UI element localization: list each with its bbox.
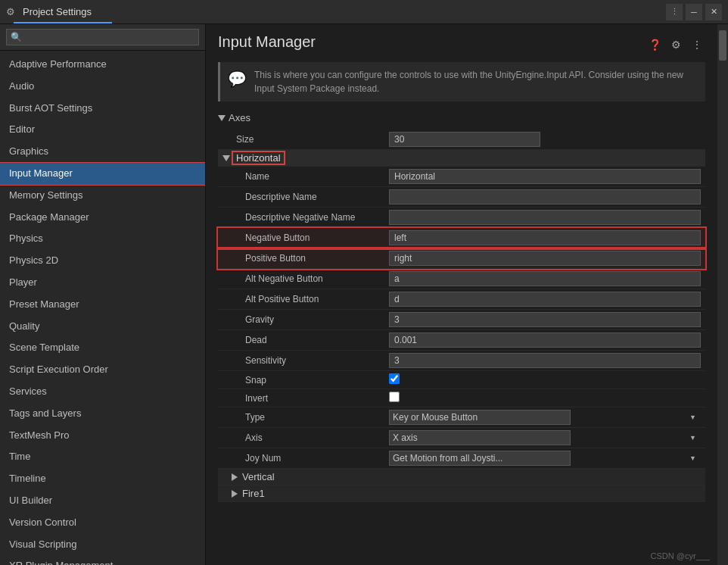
negative-button-row: Negative Button <box>218 228 705 248</box>
window-controls: ⋮ ─ ✕ <box>666 4 722 20</box>
fire1-label: Fire1 <box>222 488 701 499</box>
name-label: Name <box>218 167 384 187</box>
snap-label: Snap <box>218 371 384 389</box>
content-header: Input Manager ❓ ⚙ ⋮ <box>218 33 705 53</box>
positive-button-value <box>384 248 705 269</box>
size-row: Size <box>218 130 705 150</box>
horizontal-text: Horizontal <box>233 152 284 164</box>
fire1-row[interactable]: Fire1 <box>218 485 705 502</box>
sensitivity-label: Sensitivity <box>218 351 384 371</box>
fire1-collapse-icon <box>232 490 238 498</box>
alt-positive-button-input[interactable] <box>389 292 701 307</box>
invert-checkbox[interactable] <box>389 392 400 402</box>
content-inner: Input Manager ❓ ⚙ ⋮ 💬 This is where you … <box>206 24 717 565</box>
sidebar-item-visual-scripting[interactable]: Visual Scripting <box>0 534 205 556</box>
joy-num-select[interactable]: Get Motion from all Joysti... Joystick 1… <box>389 451 571 466</box>
sidebar-item-physics[interactable]: Physics <box>0 228 205 250</box>
help-button[interactable]: ❓ <box>646 36 663 53</box>
sidebar-item-input-manager[interactable]: Input Manager <box>0 163 205 185</box>
horizontal-row[interactable]: Horizontal <box>218 150 705 167</box>
title-bar: ⚙ Project Settings ⋮ ─ ✕ <box>0 0 728 24</box>
sidebar-item-physics-2d[interactable]: Physics 2D <box>0 250 205 272</box>
descriptive-neg-name-value <box>384 208 705 228</box>
more-button[interactable]: ⋮ <box>689 36 705 53</box>
settings-button[interactable]: ⚙ <box>667 36 684 53</box>
sidebar-list: Adaptive PerformanceAudioBurst AOT Setti… <box>0 51 205 565</box>
negative-button-input[interactable] <box>389 230 701 245</box>
sidebar-item-burst-aot[interactable]: Burst AOT Settings <box>0 98 205 120</box>
info-text: This is where you can configure the cont… <box>254 68 698 95</box>
content-with-scroll: Input Manager ❓ ⚙ ⋮ 💬 This is where you … <box>206 24 728 565</box>
gravity-input[interactable] <box>389 312 701 327</box>
positive-button-row: Positive Button <box>218 248 705 269</box>
sidebar-item-scene-template[interactable]: Scene Template <box>0 337 205 359</box>
sidebar-item-timeline[interactable]: Timeline <box>0 468 205 490</box>
snap-checkbox[interactable] <box>389 373 400 384</box>
descriptive-neg-name-input[interactable] <box>389 210 701 225</box>
axis-value: X axis Y axis 3rd axis <box>384 428 705 448</box>
window-icon: ⚙ <box>6 6 18 18</box>
horizontal-collapse-icon <box>222 155 230 161</box>
name-input[interactable] <box>389 169 701 184</box>
sidebar-item-audio[interactable]: Audio <box>0 76 205 98</box>
fire1-text: Fire1 <box>242 488 265 499</box>
alt-negative-button-label: Alt Negative Button <box>218 269 384 289</box>
info-box: 💬 This is where you can configure the co… <box>218 62 705 101</box>
scrollbar-thumb[interactable] <box>719 30 726 61</box>
horizontal-label: Horizontal <box>222 152 701 164</box>
gravity-row: Gravity <box>218 310 705 330</box>
descriptive-neg-name-row: Descriptive Negative Name <box>218 208 705 228</box>
sidebar-item-package-manager[interactable]: Package Manager <box>0 207 205 229</box>
axis-select[interactable]: X axis Y axis 3rd axis <box>389 430 571 445</box>
axes-section-header[interactable]: Axes <box>218 112 705 123</box>
descriptive-name-input[interactable] <box>389 189 701 204</box>
sensitivity-input[interactable] <box>389 353 701 368</box>
type-select[interactable]: Key or Mouse Button Mouse Movement Joyst… <box>389 410 571 425</box>
sidebar-item-graphics[interactable]: Graphics <box>0 141 205 163</box>
type-value: Key or Mouse Button Mouse Movement Joyst… <box>384 407 705 428</box>
close-button[interactable]: ✕ <box>705 4 722 20</box>
sidebar-item-version-control[interactable]: Version Control <box>0 512 205 534</box>
sidebar-item-adaptive-performance[interactable]: Adaptive Performance <box>0 54 205 76</box>
sidebar-item-time[interactable]: Time <box>0 446 205 468</box>
negative-button-label: Negative Button <box>218 228 384 248</box>
search-bar: 🔍 <box>0 24 205 51</box>
sidebar-item-quality[interactable]: Quality <box>0 316 205 338</box>
invert-label: Invert <box>218 389 384 407</box>
axis-label: Axis <box>218 428 384 448</box>
descriptive-name-value <box>384 187 705 208</box>
dead-input[interactable] <box>389 332 701 348</box>
scrollbar-track[interactable] <box>717 24 728 565</box>
dead-value <box>384 330 705 351</box>
sidebar-item-script-execution-order[interactable]: Script Execution Order <box>0 359 205 381</box>
descriptive-name-label: Descriptive Name <box>218 187 384 208</box>
sidebar-item-xr-plugin-management[interactable]: XR Plugin Management <box>0 555 205 565</box>
axes-label: Axes <box>229 112 250 123</box>
sidebar-item-editor[interactable]: Editor <box>0 119 205 141</box>
vertical-row[interactable]: Vertical <box>218 469 705 485</box>
joy-num-label: Joy Num <box>218 448 384 469</box>
menu-button[interactable]: ⋮ <box>666 4 683 20</box>
alt-negative-button-input[interactable] <box>389 271 701 286</box>
sidebar-item-services[interactable]: Services <box>0 381 205 403</box>
header-icons: ❓ ⚙ ⋮ <box>646 36 705 53</box>
alt-negative-button-value <box>384 269 705 289</box>
sidebar: 🔍 Adaptive PerformanceAudioBurst AOT Set… <box>0 24 206 565</box>
search-input[interactable] <box>6 29 199 45</box>
sidebar-item-memory-settings[interactable]: Memory Settings <box>0 185 205 207</box>
positive-button-input[interactable] <box>389 251 701 266</box>
type-label: Type <box>218 407 384 428</box>
sidebar-item-preset-manager[interactable]: Preset Manager <box>0 294 205 316</box>
watermark: CSDN @cyr___ <box>651 551 710 560</box>
sidebar-item-textmesh-pro[interactable]: TextMesh Pro <box>0 425 205 447</box>
sidebar-item-player[interactable]: Player <box>0 272 205 294</box>
alt-positive-button-row: Alt Positive Button <box>218 289 705 310</box>
sidebar-item-ui-builder[interactable]: UI Builder <box>0 490 205 512</box>
minimize-button[interactable]: ─ <box>686 4 702 20</box>
gravity-value <box>384 310 705 330</box>
snap-value <box>384 371 705 389</box>
dead-label: Dead <box>218 330 384 351</box>
sidebar-item-tags-and-layers[interactable]: Tags and Layers <box>0 403 205 425</box>
name-value <box>384 167 705 187</box>
size-input[interactable] <box>389 132 540 147</box>
